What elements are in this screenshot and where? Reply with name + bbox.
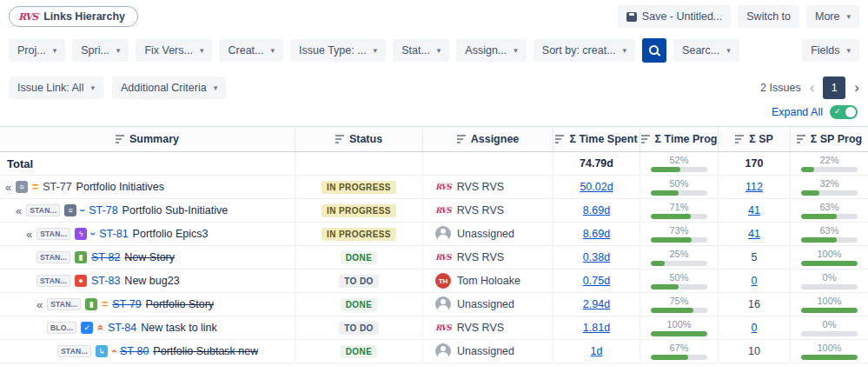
filter-assignee-dropdown[interactable]: Assign... — [456, 39, 526, 62]
issue-summary[interactable]: New task to link — [141, 322, 217, 334]
value-link[interactable]: 8.69d — [583, 228, 610, 240]
issue-key[interactable]: ST-82 — [91, 251, 120, 263]
progress-percent: 0% — [823, 320, 837, 329]
fields-dropdown[interactable]: Fields — [802, 39, 859, 62]
table-row: STAN...↳›ST-80Portfolio Subtask newDONEU… — [0, 340, 868, 363]
filter-status-dropdown[interactable]: Stat... — [393, 39, 449, 62]
value-link[interactable]: 112 — [745, 181, 763, 193]
column-header-time-spent[interactable]: Σ Time Spent — [553, 127, 640, 151]
column-header-sp[interactable]: Σ SP — [719, 127, 791, 151]
links-hierarchy-button[interactable]: RVS Links Hierarchy — [9, 6, 138, 27]
issue-summary[interactable]: Portfolio Subtask new — [153, 345, 258, 357]
progress-cell: 25% — [640, 246, 719, 269]
issue-key[interactable]: ST-83 — [91, 275, 120, 287]
sort-icon — [641, 135, 650, 143]
column-header-summary[interactable]: Summary — [0, 127, 295, 151]
summary-cell: BLO...✓»ST-84New task to link — [0, 316, 295, 339]
column-label: Σ Time Prog — [655, 133, 718, 145]
value-link[interactable]: 0.75d — [583, 275, 610, 287]
collapse-button[interactable]: « — [36, 298, 43, 311]
expand-bar: Expand All — [0, 99, 868, 123]
issue-summary[interactable]: Portfolio Epics3 — [133, 228, 209, 240]
column-header-assignee[interactable]: Assignee — [423, 127, 553, 151]
column-header-status[interactable]: Status — [295, 127, 423, 151]
value-link[interactable]: 1.81d — [583, 322, 610, 334]
progress-fill — [651, 261, 665, 266]
column-label: Σ SP — [749, 133, 773, 145]
issue-key[interactable]: ST-80 — [120, 345, 149, 357]
filter-sprint-dropdown[interactable]: Spri... — [72, 39, 129, 62]
value-link[interactable]: 0 — [752, 275, 758, 287]
value-link[interactable]: 50.02d — [580, 181, 613, 193]
progress-fill — [801, 190, 819, 196]
table-row: STAN...▮ST-82New StoryDONERVSRVS RVS0.38… — [0, 246, 868, 270]
progress-percent: 63% — [819, 226, 838, 236]
value-link[interactable]: 41 — [748, 228, 760, 240]
progress-percent: 0% — [823, 273, 837, 283]
collapse-button[interactable]: « — [16, 204, 22, 217]
progress-cell: 63% — [791, 223, 868, 245]
progress-bar — [651, 308, 706, 313]
value-link[interactable]: 2.94d — [583, 298, 610, 310]
priority-low-icon: › — [77, 209, 88, 212]
progress-fill — [651, 284, 679, 289]
expand-all-link[interactable]: Expand All — [772, 106, 823, 118]
filter-issue-type-dropdown[interactable]: Issue Type: ... — [290, 39, 386, 62]
collapse-button[interactable]: « — [26, 228, 32, 241]
issue-summary[interactable]: Portfolio Sub-Initiative — [123, 204, 229, 216]
assignee-name: Tom Holoake — [457, 275, 520, 287]
summary-cell: «STAN...▮=ST-79Portfolio Story — [0, 293, 295, 316]
issue-summary[interactable]: New bug23 — [124, 275, 179, 287]
progress-cell: 22% — [791, 152, 868, 175]
column-label: Assignee — [471, 133, 520, 145]
issue-summary[interactable]: Portfolio Initiatives — [76, 181, 164, 193]
filter-fix-version-dropdown[interactable]: Fix Vers... — [136, 39, 212, 62]
progress-fill — [651, 237, 692, 243]
value-text: 5 — [752, 251, 758, 263]
issue-summary[interactable]: New Story — [124, 251, 175, 263]
assignee-cell: RVSRVS RVS — [423, 199, 553, 222]
progress-fill — [651, 214, 690, 219]
column-header-time-prog[interactable]: Σ Time Prog — [640, 127, 719, 151]
search-button[interactable] — [642, 38, 666, 63]
prev-page-icon[interactable]: ‹ — [810, 79, 815, 96]
filter-search-dropdown[interactable]: Searc... — [673, 39, 739, 62]
page-number-button[interactable]: 1 — [823, 77, 845, 99]
filter-sort-by-dropdown[interactable]: Sort by: creat... — [533, 39, 635, 62]
next-page-icon[interactable]: › — [854, 79, 859, 96]
issue-key[interactable]: ST-77 — [43, 181, 71, 193]
table-row: STAN...●ST-83New bug23TO DOTHTom Holoake… — [0, 270, 868, 293]
total-row: Total74.79d52%17022% — [0, 152, 868, 176]
progress-percent: 73% — [669, 226, 688, 236]
priority-highest-icon: » — [96, 325, 106, 331]
progress-fill — [801, 214, 836, 219]
additional-criteria-dropdown[interactable]: Additional Criteria — [112, 77, 226, 99]
switch-to-button[interactable]: Switch to — [738, 5, 799, 28]
value-cell: 0 — [719, 270, 791, 292]
app-title: Links Hierarchy — [43, 10, 125, 23]
progress-cell: 100% — [640, 316, 719, 339]
filter-created-dropdown[interactable]: Creat... — [219, 39, 283, 62]
more-button[interactable]: More — [806, 5, 859, 28]
value-link[interactable]: 1d — [591, 345, 603, 357]
expand-toggle[interactable] — [830, 105, 858, 119]
value-link[interactable]: 0.38d — [583, 251, 610, 263]
value-link[interactable]: 0 — [752, 322, 758, 334]
progress-bar — [801, 190, 857, 196]
value-link[interactable]: 8.69d — [583, 204, 610, 216]
issue-link-dropdown[interactable]: Issue Link: All — [9, 77, 103, 99]
filter-project-dropdown[interactable]: Proj... — [9, 39, 65, 62]
collapse-button[interactable]: « — [5, 181, 11, 194]
issue-key[interactable]: ST-84 — [108, 322, 136, 334]
issue-key[interactable]: ST-79 — [112, 298, 141, 310]
status-badge: TO DO — [339, 322, 378, 335]
issue-summary[interactable]: Portfolio Story — [146, 298, 215, 310]
issue-key[interactable]: ST-81 — [99, 228, 128, 240]
unassigned-avatar-icon — [435, 226, 451, 242]
issue-key[interactable]: ST-78 — [89, 204, 117, 216]
sub-initiative-icon: ≡ — [64, 204, 76, 216]
save-button[interactable]: Save - Untitled... — [618, 5, 731, 28]
column-header-sp-prog[interactable]: Σ SP Prog — [791, 127, 868, 151]
assignee-name: Unassigned — [457, 298, 514, 310]
value-link[interactable]: 41 — [748, 204, 760, 216]
